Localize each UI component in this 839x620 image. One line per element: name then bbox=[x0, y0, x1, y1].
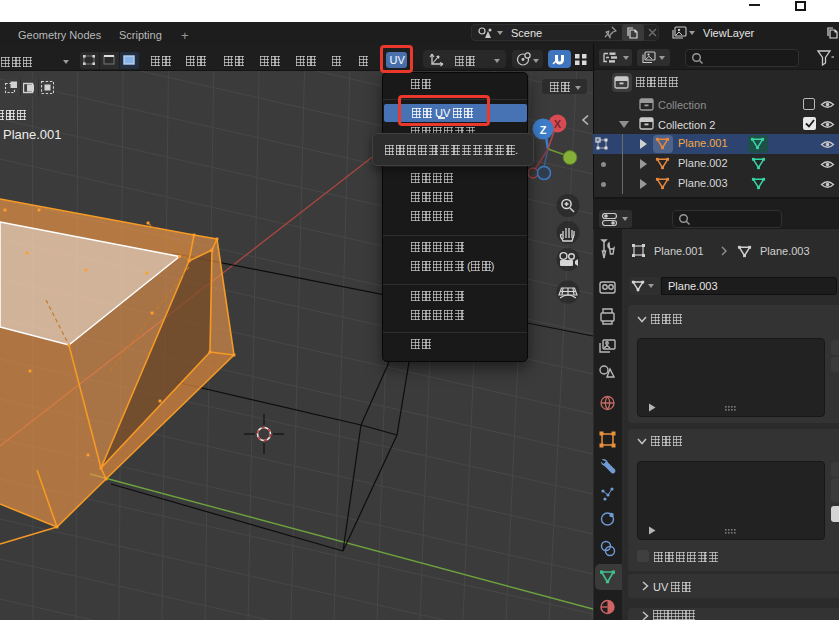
svg-text:X: X bbox=[554, 118, 562, 130]
svg-text:Z: Z bbox=[540, 124, 547, 136]
